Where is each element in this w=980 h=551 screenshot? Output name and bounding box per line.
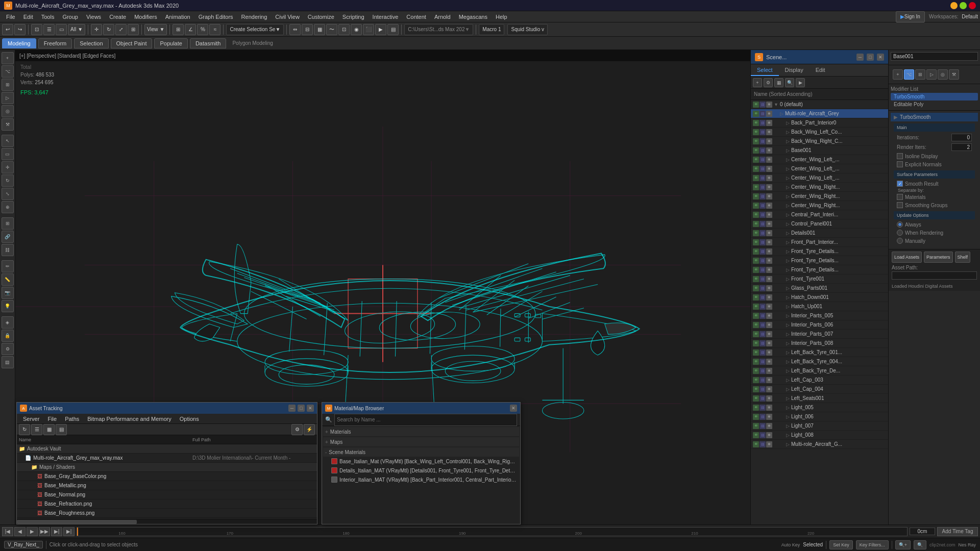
asset-table-row[interactable]: 🖼 Base_Gray_BaseColor.png	[17, 472, 317, 481]
render-icon[interactable]: ▤	[760, 193, 766, 199]
visibility-icon[interactable]: 👁	[753, 331, 759, 337]
scene-list-item[interactable]: 👁 ▤ ❄ ▷ Back_Part_Interior0	[751, 118, 888, 128]
tab-selection[interactable]: Selection	[74, 38, 108, 48]
select-region-button[interactable]: ▭	[56, 24, 67, 35]
scene-list-item[interactable]: 👁 ▤ ❄ ▷ Light_007	[751, 421, 888, 431]
render-icon[interactable]: ▤	[760, 304, 766, 310]
spinner-snap-button[interactable]: ≈	[209, 24, 220, 35]
visibility-icon[interactable]: 👁	[753, 138, 759, 144]
freeze-icon[interactable]: ❄	[766, 313, 772, 319]
freeze-icon[interactable]: ❄	[766, 285, 772, 291]
utilities-panel-btn[interactable]: ⚒	[2, 118, 14, 131]
scene-close-btn[interactable]: ✕	[877, 54, 884, 61]
render-icon[interactable]: ▤	[760, 239, 766, 245]
update-options-title[interactable]: Update Options	[894, 211, 975, 219]
asset-table-row[interactable]: 📁 Maps / Shaders	[17, 463, 317, 472]
visibility-icon[interactable]: 👁	[753, 175, 759, 181]
visibility-icon[interactable]: 👁	[753, 359, 759, 365]
key-filters-btn[interactable]: Key Filters...	[856, 540, 889, 549]
layer-manager-button[interactable]: ▦	[314, 24, 325, 35]
go-to-end-btn[interactable]: ▶|	[63, 527, 75, 536]
render-icon[interactable]: ▤	[760, 120, 766, 126]
freeze-icon[interactable]: ❄	[766, 322, 772, 328]
go-to-start-btn[interactable]: |◀	[2, 527, 13, 536]
render-icon[interactable]: ▤	[760, 349, 766, 356]
freeze-icon[interactable]: ❄	[766, 175, 772, 181]
scene-list-item[interactable]: 👁 ▤ ❄ ▷ Center_Wing_Left_...	[751, 173, 888, 183]
render-icon[interactable]: ▤	[760, 331, 766, 337]
scene-list-item[interactable]: 👁 ▤ ❄ ▷ Light_005	[751, 403, 888, 412]
menu-customize[interactable]: Customize	[304, 13, 338, 21]
visibility-icon[interactable]: 👁	[753, 304, 759, 310]
freeze-icon[interactable]: ❄	[766, 294, 772, 300]
freeze-icon[interactable]: ❄	[766, 368, 772, 374]
scene-list-item[interactable]: 👁 ▤ ❄ ▷ Base001	[751, 146, 888, 155]
scene-list-item[interactable]: 👁 ▤ ❄ ▷ Center_Wing_Right...	[751, 183, 888, 192]
scene-list-item[interactable]: 👁 ▤ ❄ ▷ Center_Wing_Left_...	[751, 155, 888, 164]
scene-filter-btn[interactable]: ⚙	[764, 78, 773, 87]
move-tool-button[interactable]: ✛	[91, 24, 102, 35]
menu-interactive[interactable]: Interactive	[369, 13, 403, 21]
render-icon[interactable]: ▤	[760, 405, 766, 411]
visibility-icon[interactable]: 👁	[753, 248, 759, 255]
render-icon[interactable]: ▤	[760, 138, 766, 144]
menu-modifiers[interactable]: Modifiers	[130, 13, 161, 21]
timeline-track[interactable]: 160 170 180 190 200 210 220	[77, 527, 908, 536]
menu-create[interactable]: Create	[105, 13, 130, 21]
at-menu-bitmap[interactable]: Bitmap Performance and Memory	[83, 415, 175, 423]
scene-list-item[interactable]: 👁 ▤ ❄ ▷ Back_Wing_Right_C...	[751, 137, 888, 146]
hierarchy-mode-btn[interactable]: ⊞	[915, 69, 925, 80]
freeze-icon[interactable]: ❄	[766, 258, 772, 264]
scene-search-btn[interactable]: 🔍	[785, 78, 794, 87]
menu-file[interactable]: File	[2, 13, 19, 21]
menu-arnold[interactable]: Arnold	[430, 13, 455, 21]
render-icon[interactable]: ▤	[760, 441, 766, 447]
scale-tool-button[interactable]: ⤢	[115, 24, 127, 35]
visibility-icon[interactable]: 👁	[753, 432, 759, 438]
scene-list-item[interactable]: 👁 ▤ ❄ ▷ Front_Tyre001	[751, 274, 888, 284]
visibility-icon[interactable]: 👁	[753, 203, 759, 209]
material-editor-button[interactable]: ◉	[351, 24, 362, 35]
tab-object-paint[interactable]: Object Paint	[111, 38, 153, 48]
create-selection-field[interactable]: Create Selection Se ▼	[226, 24, 284, 35]
next-frame-btn[interactable]: ▶|	[51, 527, 62, 536]
scene-list-item[interactable]: 👁 ▤ ❄ ▷ Back_Wing_Left_Co...	[751, 128, 888, 137]
freeze-icon[interactable]: ❄	[766, 441, 772, 447]
visibility-icon[interactable]: 👁	[753, 267, 759, 273]
close-button[interactable]	[969, 2, 976, 9]
asset-tracking-minimize[interactable]: ─	[288, 405, 296, 412]
view-dropdown[interactable]: View ▼	[144, 24, 167, 35]
main-section-title[interactable]: Main	[894, 123, 975, 132]
visibility-icon[interactable]: 👁	[753, 147, 759, 154]
at-menu-options[interactable]: Options	[176, 415, 203, 423]
freeze-icon[interactable]: ❄	[766, 414, 772, 420]
visibility-icon[interactable]: 👁	[753, 157, 759, 163]
visibility-icon[interactable]: 👁	[753, 276, 759, 282]
create-panel-btn[interactable]: +	[2, 52, 14, 64]
modifier-turbosmooth[interactable]: TurboSmooth	[891, 93, 978, 101]
visibility-icon[interactable]: 👁	[753, 184, 759, 190]
at-grid-btn[interactable]: ▦	[43, 424, 55, 435]
scale-btn[interactable]: ⤡	[2, 188, 14, 200]
visibility-icon[interactable]: 👁	[753, 405, 759, 411]
at-refresh-btn[interactable]: ↻	[19, 424, 30, 435]
visibility-icon[interactable]: 👁	[753, 258, 759, 264]
asset-h-scrollbar[interactable]	[17, 519, 317, 524]
percent-snap-button[interactable]: %	[197, 24, 208, 35]
tab-populate[interactable]: Populate	[154, 38, 187, 48]
move-btn[interactable]: ✛	[2, 161, 14, 173]
render-icon[interactable]: ▤	[760, 395, 766, 402]
freeze-icon[interactable]: ❄	[766, 102, 772, 108]
scene-list-item[interactable]: 👁 ▤ ❄ ▷ Left_Back_Tyre_001...	[751, 348, 888, 357]
smooth-result-checkbox[interactable]: ✓	[897, 181, 903, 187]
link-btn[interactable]: 🔗	[2, 231, 14, 243]
at-menu-server[interactable]: Server	[19, 415, 43, 423]
asset-table-row[interactable]: 📄 Multi-role_Aircraft_Grey_max_vray.max …	[17, 454, 317, 463]
freeze-icon[interactable]: ❄	[766, 340, 772, 346]
freeze-icon[interactable]: ❄	[766, 120, 772, 126]
turbosmooth-title[interactable]: ▶ TurboSmooth	[891, 113, 978, 121]
maps-section-header[interactable]: + Maps	[323, 437, 519, 446]
mat-item-interior[interactable]: Interior_Italian_MAT (VRayMtl) [Back_Par…	[323, 475, 519, 484]
at-settings-btn[interactable]: ⚙	[291, 424, 303, 435]
iterations-input[interactable]	[951, 134, 972, 141]
